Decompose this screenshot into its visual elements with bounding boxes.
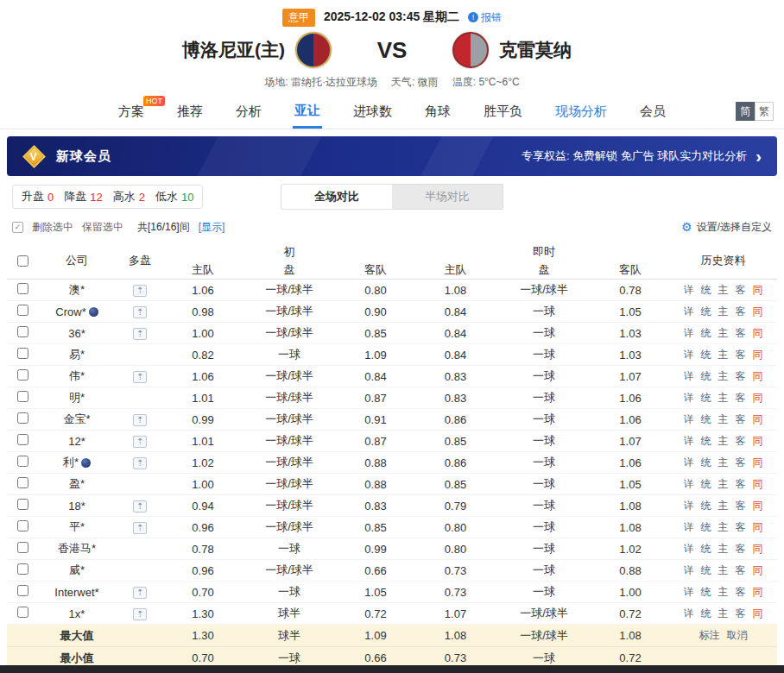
history-link-home[interactable]: 主 (718, 520, 729, 535)
history-link-same[interactable]: 同 (753, 412, 763, 427)
multi-odds-icon[interactable]: ⇡ (133, 587, 147, 599)
history-link-stat[interactable]: 统 (701, 499, 711, 513)
company-name[interactable]: Interwet* (54, 586, 98, 599)
multi-odds-icon[interactable]: ⇡ (133, 500, 147, 513)
nav-item-goals[interactable]: 进球数 (351, 95, 394, 129)
company-name[interactable]: 利* (63, 455, 79, 470)
vip-banner[interactable]: V 新球会员 专享权益: 免费解锁 免广告 球队实力对比分析 › (7, 136, 777, 176)
home-team-name[interactable]: 博洛尼亚(主) (182, 38, 285, 62)
history-link-detail[interactable]: 详 (684, 607, 694, 621)
multi-odds-icon[interactable]: ⇡ (133, 414, 147, 426)
history-link-home[interactable]: 主 (718, 369, 729, 384)
history-link-away[interactable]: 客 (736, 412, 746, 427)
history-link-same[interactable]: 同 (753, 563, 763, 578)
history-link-stat[interactable]: 统 (701, 369, 711, 384)
history-link-detail[interactable]: 详 (684, 477, 694, 492)
history-link-away[interactable]: 客 (736, 607, 746, 621)
history-link-stat[interactable]: 统 (701, 305, 711, 319)
tab-full-match[interactable]: 全场对比 (281, 185, 392, 209)
history-link-stat[interactable]: 统 (701, 348, 711, 362)
row-checkbox[interactable] (17, 305, 28, 316)
history-link-away[interactable]: 客 (736, 305, 746, 319)
history-link-stat[interactable]: 统 (701, 434, 711, 449)
league-badge[interactable]: 意甲 (282, 9, 315, 27)
company-name[interactable]: 金宝* (63, 412, 90, 427)
company-name[interactable]: 威* (69, 563, 85, 578)
filter-rise[interactable]: 升盘0 (22, 189, 54, 204)
history-link-home[interactable]: 主 (718, 391, 729, 406)
row-checkbox[interactable] (17, 369, 28, 381)
history-link-home[interactable]: 主 (718, 542, 729, 557)
report-error-link[interactable]: ! 报错 (468, 10, 502, 25)
history-link-detail[interactable]: 详 (684, 434, 694, 449)
history-link-stat[interactable]: 统 (701, 477, 711, 492)
history-link-same[interactable]: 同 (753, 326, 763, 341)
nav-item-analysis[interactable]: 分析 (234, 95, 263, 129)
history-link-away[interactable]: 客 (736, 477, 746, 492)
history-link-home[interactable]: 主 (718, 412, 729, 427)
nav-item-live-analysis[interactable]: 现场分析 (553, 95, 609, 129)
history-link-detail[interactable]: 详 (684, 456, 694, 470)
history-link-home[interactable]: 主 (718, 585, 729, 600)
history-link-same[interactable]: 同 (753, 520, 763, 535)
history-link-stat[interactable]: 统 (701, 283, 711, 298)
row-checkbox[interactable] (17, 391, 28, 402)
multi-odds-icon[interactable]: ⇡ (133, 436, 147, 448)
company-name[interactable]: 平* (69, 519, 85, 535)
selection-icon[interactable]: ✓ (12, 222, 23, 233)
history-link-same[interactable]: 同 (753, 305, 763, 319)
company-name[interactable]: 12* (68, 435, 85, 448)
company-name[interactable]: 澳* (69, 282, 85, 298)
history-link-home[interactable]: 主 (718, 348, 729, 362)
company-name[interactable]: 伟* (69, 368, 85, 384)
history-link-stat[interactable]: 统 (701, 542, 711, 557)
history-link-detail[interactable]: 详 (684, 499, 694, 513)
history-link-home[interactable]: 主 (718, 607, 729, 621)
row-checkbox[interactable] (17, 348, 28, 359)
history-link-detail[interactable]: 详 (684, 585, 694, 600)
nav-item-asian-handicap[interactable]: 亚让 (293, 95, 322, 129)
history-link-away[interactable]: 客 (736, 456, 746, 470)
history-link-same[interactable]: 同 (753, 542, 763, 557)
row-checkbox[interactable] (17, 499, 28, 510)
history-link-away[interactable]: 客 (736, 563, 746, 578)
show-link[interactable]: [显示] (199, 220, 225, 235)
history-link-home[interactable]: 主 (718, 305, 729, 319)
history-link-detail[interactable]: 详 (684, 283, 694, 298)
history-link-same[interactable]: 同 (753, 434, 763, 449)
history-link-away[interactable]: 客 (736, 542, 746, 557)
history-link-home[interactable]: 主 (718, 477, 729, 492)
history-link-home[interactable]: 主 (718, 283, 729, 298)
multi-odds-icon[interactable]: ⇡ (133, 522, 147, 534)
history-link-away[interactable]: 客 (736, 520, 746, 535)
nav-item-corners[interactable]: 角球 (423, 95, 452, 129)
company-name[interactable]: 香港马* (58, 541, 96, 557)
history-link-detail[interactable]: 详 (684, 391, 694, 406)
history-link-home[interactable]: 主 (718, 499, 729, 513)
row-checkbox[interactable] (17, 477, 28, 488)
history-link-same[interactable]: 同 (753, 456, 763, 470)
history-link-detail[interactable]: 详 (684, 542, 694, 557)
history-link-home[interactable]: 主 (718, 434, 729, 449)
company-name[interactable]: 18* (68, 500, 85, 513)
filter-low-water[interactable]: 低水10 (155, 189, 193, 204)
history-link-same[interactable]: 同 (753, 585, 763, 600)
history-link-home[interactable]: 主 (718, 456, 729, 470)
select-all-checkbox[interactable] (17, 255, 28, 267)
row-checkbox[interactable] (17, 412, 28, 424)
nav-item-plans[interactable]: 方案 HOT (117, 95, 146, 129)
history-link-same[interactable]: 同 (753, 477, 763, 492)
history-link-same[interactable]: 同 (753, 607, 763, 621)
nav-item-membership[interactable]: 会员 (638, 95, 667, 129)
history-link-away[interactable]: 客 (736, 391, 746, 406)
row-checkbox[interactable] (17, 456, 28, 467)
multi-odds-icon[interactable]: ⇡ (133, 457, 147, 469)
history-link-detail[interactable]: 详 (684, 326, 694, 341)
history-link-away[interactable]: 客 (736, 326, 746, 341)
history-link-stat[interactable]: 统 (701, 585, 711, 600)
company-name[interactable]: 易* (69, 347, 85, 362)
row-checkbox[interactable] (17, 326, 28, 337)
history-link-away[interactable]: 客 (736, 348, 746, 362)
lang-traditional-button[interactable]: 繁 (755, 102, 774, 121)
history-link-same[interactable]: 同 (753, 348, 763, 362)
